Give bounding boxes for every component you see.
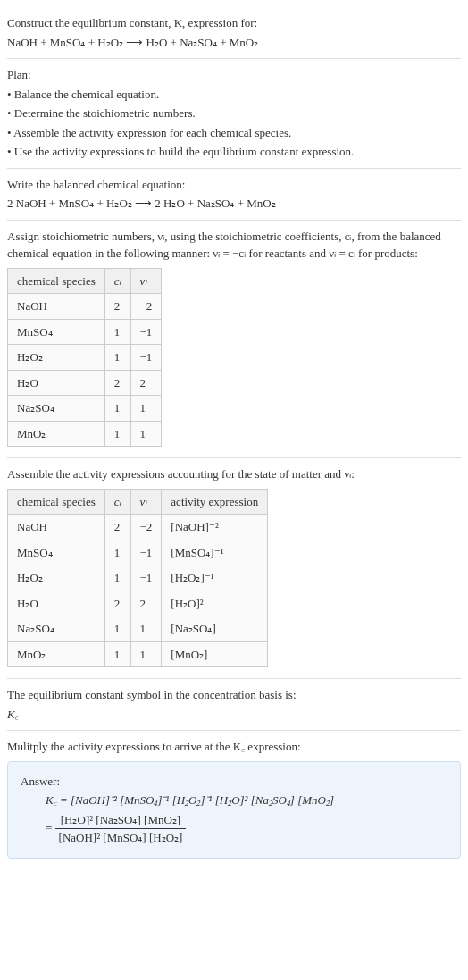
cell-ci: 1 — [104, 345, 130, 371]
cell-vi: 1 — [130, 641, 162, 667]
cell-species: H₂O — [8, 370, 105, 396]
cell-species: Na₂SO₄ — [8, 616, 105, 642]
plan-bullet-2: • Determine the stoichiometric numbers. — [7, 105, 461, 122]
cell-vi: 1 — [130, 396, 162, 422]
table-row: MnO₂ 1 1 [MnO₂] — [8, 641, 268, 667]
fraction-denominator: [NaOH]² [MnSO₄] [H₂O₂] — [55, 829, 187, 847]
cell-species: MnSO₄ — [8, 540, 105, 565]
table-row: Na₂SO₄ 1 1 — [8, 396, 162, 422]
table-row: MnO₂ 1 1 — [8, 421, 162, 447]
cell-ci: 1 — [104, 540, 130, 565]
multiply-text: Mulitply the activity expressions to arr… — [7, 738, 461, 756]
plan-bullet-3: • Assemble the activity expression for e… — [7, 124, 461, 142]
cell-vi: 1 — [130, 421, 162, 447]
stoich-table: chemical species cᵢ νᵢ NaOH 2 −2 MnSO₄ 1… — [7, 268, 162, 448]
balanced-equation: 2 NaOH + MnSO₄ + H₂O₂ ⟶ 2 H₂O + Na₂SO₄ +… — [7, 195, 461, 213]
cell-vi: −1 — [130, 319, 162, 345]
cell-ci: 2 — [104, 515, 130, 540]
cell-activity: [H₂O]² — [162, 591, 268, 616]
cell-vi: −1 — [130, 540, 162, 565]
cell-species: NaOH — [8, 515, 105, 540]
plan-bullet-1: • Balance the chemical equation. — [7, 86, 461, 104]
cell-activity: [MnSO₄]⁻¹ — [162, 540, 268, 565]
fraction: [H₂O]² [Na₂SO₄] [MnO₂] [NaOH]² [MnSO₄] [… — [55, 811, 187, 847]
table-row: Na₂SO₄ 1 1 [Na₂SO₄] — [8, 616, 268, 642]
cell-ci: 2 — [104, 591, 130, 616]
intro-line1: Construct the equilibrium constant, K, e… — [7, 14, 461, 32]
col-ci: cᵢ — [104, 268, 130, 294]
cell-vi: −2 — [130, 294, 162, 320]
balanced-section: Write the balanced chemical equation: 2 … — [7, 169, 461, 221]
cell-vi: −1 — [130, 565, 162, 591]
cell-species: Na₂SO₄ — [8, 396, 105, 422]
cell-activity: [Na₂SO₄] — [162, 616, 268, 642]
col-activity: activity expression — [162, 489, 268, 515]
plan-bullet-4: • Use the activity expressions to build … — [7, 143, 461, 161]
cell-species: H₂O₂ — [8, 565, 105, 591]
cell-vi: 2 — [130, 370, 162, 396]
cell-ci: 1 — [104, 421, 130, 447]
assign-section: Assign stoichiometric numbers, νᵢ, using… — [7, 221, 461, 459]
cell-vi: 2 — [130, 591, 162, 616]
col-vi: νᵢ — [130, 489, 162, 515]
symbol-text: The equilibrium constant symbol in the c… — [7, 686, 461, 704]
cell-species: H₂O — [8, 591, 105, 616]
symbol-kc: K꜀ — [7, 706, 461, 724]
table-row: chemical species cᵢ νᵢ activity expressi… — [8, 489, 268, 515]
table-row: MnSO₄ 1 −1 [MnSO₄]⁻¹ — [8, 540, 268, 565]
col-ci: cᵢ — [104, 489, 130, 515]
intro-equation: NaOH + MnSO₄ + H₂O₂ ⟶ H₂O + Na₂SO₄ + MnO… — [7, 34, 461, 52]
table-row: H₂O 2 2 — [8, 370, 162, 396]
cell-ci: 2 — [104, 294, 130, 320]
cell-species: MnSO₄ — [8, 319, 105, 345]
cell-ci: 1 — [104, 565, 130, 591]
plan-section: Plan: • Balance the chemical equation. •… — [7, 59, 461, 169]
table-row: H₂O₂ 1 −1 — [8, 345, 162, 371]
cell-ci: 1 — [104, 616, 130, 642]
col-species: chemical species — [8, 489, 105, 515]
symbol-section: The equilibrium constant symbol in the c… — [7, 679, 461, 731]
answer-line1-text: K꜀ = [NaOH]⁻² [MnSO₄]⁻¹ [H₂O₂]⁻¹ [H₂O]² … — [46, 793, 334, 807]
cell-ci: 2 — [104, 370, 130, 396]
assign-text: Assign stoichiometric numbers, νᵢ, using… — [7, 228, 461, 263]
cell-activity: [MnO₂] — [162, 641, 268, 667]
cell-activity: [H₂O₂]⁻¹ — [162, 565, 268, 591]
cell-vi: 1 — [130, 616, 162, 642]
table-row: H₂O₂ 1 −1 [H₂O₂]⁻¹ — [8, 565, 268, 591]
balanced-title: Write the balanced chemical equation: — [7, 176, 461, 194]
answer-line2: = [H₂O]² [Na₂SO₄] [MnO₂] [NaOH]² [MnSO₄]… — [46, 811, 447, 847]
cell-ci: 1 — [104, 319, 130, 345]
cell-activity: [NaOH]⁻² — [162, 515, 268, 540]
col-vi: νᵢ — [130, 268, 162, 294]
activity-table: chemical species cᵢ νᵢ activity expressi… — [7, 489, 268, 668]
answer-eq-prefix: = — [46, 820, 55, 833]
table-row: H₂O 2 2 [H₂O]² — [8, 591, 268, 616]
answer-box: Answer: K꜀ = [NaOH]⁻² [MnSO₄]⁻¹ [H₂O₂]⁻¹… — [7, 761, 461, 859]
table-row: NaOH 2 −2 — [8, 294, 162, 320]
cell-species: MnO₂ — [8, 421, 105, 447]
intro-line1-text: Construct the equilibrium constant, K, e… — [7, 16, 257, 29]
cell-species: MnO₂ — [8, 641, 105, 667]
table-row: NaOH 2 −2 [NaOH]⁻² — [8, 515, 268, 540]
col-species: chemical species — [8, 268, 105, 294]
assemble-section: Assemble the activity expressions accoun… — [7, 458, 461, 679]
cell-vi: −2 — [130, 515, 162, 540]
answer-line1: K꜀ = [NaOH]⁻² [MnSO₄]⁻¹ [H₂O₂]⁻¹ [H₂O]² … — [46, 792, 447, 809]
assemble-text: Assemble the activity expressions accoun… — [7, 465, 461, 483]
multiply-section: Mulitply the activity expressions to arr… — [7, 731, 461, 864]
answer-label: Answer: — [21, 773, 447, 791]
cell-species: H₂O₂ — [8, 345, 105, 371]
table-row: chemical species cᵢ νᵢ — [8, 268, 162, 294]
fraction-numerator: [H₂O]² [Na₂SO₄] [MnO₂] — [55, 811, 187, 830]
plan-title: Plan: — [7, 66, 461, 84]
cell-ci: 1 — [104, 641, 130, 667]
cell-species: NaOH — [8, 294, 105, 320]
intro-section: Construct the equilibrium constant, K, e… — [7, 7, 461, 59]
cell-ci: 1 — [104, 396, 130, 422]
cell-vi: −1 — [130, 345, 162, 371]
table-row: MnSO₄ 1 −1 — [8, 319, 162, 345]
